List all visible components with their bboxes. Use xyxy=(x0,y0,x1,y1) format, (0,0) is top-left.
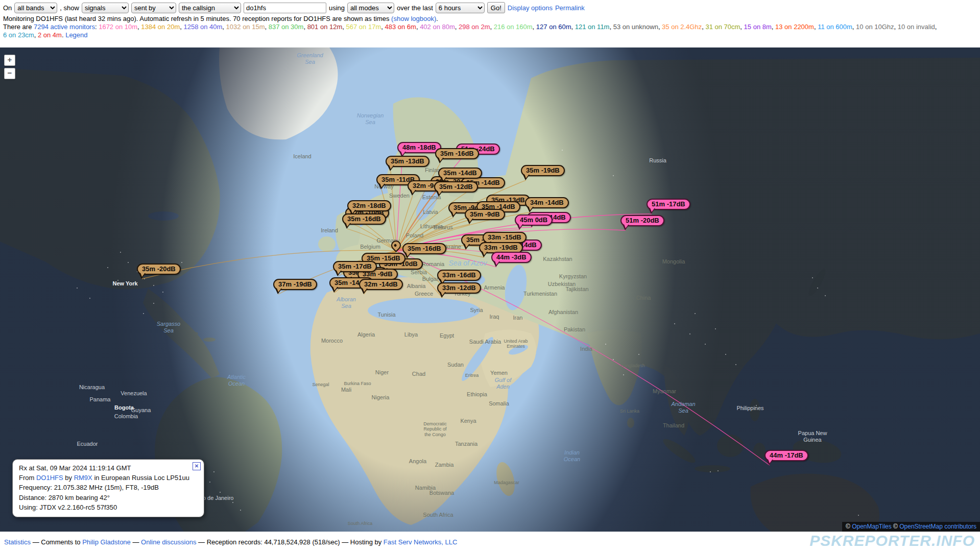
report-balloon[interactable]: 35m -16dB xyxy=(342,213,386,225)
mode-select[interactable]: all modes xyxy=(347,3,394,13)
report-balloon[interactable]: 35m -17dB xyxy=(333,261,377,272)
report-balloon[interactable]: 33m -15dB xyxy=(483,232,527,243)
band-count: 31 on 70cm xyxy=(705,23,740,31)
band-count: 6 on 23cm xyxy=(3,31,34,39)
callsign-mode-select[interactable]: the callsign xyxy=(179,3,241,13)
on-label: On xyxy=(3,4,12,12)
report-balloon[interactable]: 35m -9dB xyxy=(465,209,505,220)
popup-from-line: From DO1HFS by RM9X in European Russia L… xyxy=(19,473,199,483)
band-count: 15 on 8m xyxy=(744,23,772,31)
report-balloon[interactable]: 45m 0dB xyxy=(515,214,553,226)
popup-software: Using: JTDX v2.2.160-rc5 57f350 xyxy=(19,502,199,512)
monitoring-text: Monitoring DO1HFS (last heard 32 mins ag… xyxy=(3,15,391,22)
report-balloon[interactable]: 51m -20dB xyxy=(620,215,664,226)
popup-frequency: Frequency: 21.075.382 MHz (15m), FT8, -1… xyxy=(19,483,199,492)
philip-gladstone-link[interactable]: Philip Gladstone xyxy=(82,538,131,546)
header-toolbar: On all bands , show signals sent by the … xyxy=(0,0,980,47)
reception-report-popup: ✕ Rx at Sat, 09 Mar 2024 11:19:14 GMT Fr… xyxy=(12,459,204,517)
using-label: using xyxy=(329,4,345,12)
duration-select[interactable]: 6 hours xyxy=(436,3,485,13)
band-count: 53 on unknown xyxy=(613,23,658,31)
active-monitors-line-2: 6 on 23cm, 2 on 4m. Legend xyxy=(3,31,977,39)
footer-status-line: Statistics — Comments to Philip Gladston… xyxy=(4,538,457,546)
footer-bar: Statistics — Comments to Philip Gladston… xyxy=(0,532,980,550)
legend-link[interactable]: Legend xyxy=(65,31,87,39)
band-count: 216 on 160m xyxy=(494,23,533,31)
band-count: 483 on 6m xyxy=(385,23,416,31)
report-balloon[interactable]: 48m -18dB xyxy=(397,142,441,153)
sentby-select[interactable]: sent by xyxy=(131,3,176,13)
online-discussions-link[interactable]: Online discussions xyxy=(141,538,196,546)
band-count: 1032 on 15m xyxy=(226,23,265,31)
monitor-counts-2: 6 on 23cm, 2 on 4m xyxy=(3,31,62,39)
monitoring-status-line: Monitoring DO1HFS (last heard 32 mins ag… xyxy=(3,14,977,23)
report-balloon[interactable]: 35m -12dB xyxy=(434,181,478,193)
statistics-link[interactable]: Statistics xyxy=(4,538,31,546)
report-balloon[interactable]: 33m -12dB xyxy=(437,282,481,294)
permalink-link[interactable]: Permalink xyxy=(555,4,585,12)
openstreetmap-link[interactable]: OpenStreetMap contributors xyxy=(899,523,976,530)
display-options-link[interactable]: Display options xyxy=(508,4,553,12)
band-count: 10 on invalid xyxy=(898,23,935,31)
pskreporter-watermark: PSKREPORTER.INFO xyxy=(809,532,975,549)
report-balloon[interactable]: 51m -17dB xyxy=(647,199,690,210)
show-label: , show xyxy=(60,4,79,12)
report-balloon[interactable]: 35m -14dB xyxy=(438,167,482,179)
report-balloon[interactable]: 35m -16dB xyxy=(402,243,446,254)
band-count: 402 on 80m xyxy=(420,23,455,31)
world-map[interactable]: Greenland SeaNorwegian SeaIcelandNorwayS… xyxy=(0,47,980,532)
report-balloon[interactable]: 32m -14dB xyxy=(359,279,403,290)
band-count: 1384 on 20m xyxy=(141,23,180,31)
report-balloon[interactable]: 34m -14dB xyxy=(525,197,569,208)
report-balloon[interactable]: 37m -19dB xyxy=(273,279,317,290)
map-zoom-controls: + − xyxy=(4,55,15,81)
go-button[interactable]: Go! xyxy=(487,2,505,13)
report-balloon[interactable]: 44m -3dB xyxy=(491,252,532,263)
report-balloon[interactable]: 35m -19dB xyxy=(521,165,565,176)
popup-close-icon[interactable]: ✕ xyxy=(193,462,201,470)
report-balloon[interactable]: 35m -13dB xyxy=(386,156,429,167)
callsign-input[interactable] xyxy=(244,3,326,13)
by-callsign-link[interactable]: RM9X xyxy=(74,474,92,482)
report-balloon[interactable]: 35m -16dB xyxy=(435,148,479,159)
report-balloon[interactable]: 33m -16dB xyxy=(437,270,481,281)
openmaptiles-link[interactable]: OpenMapTiles xyxy=(852,523,892,530)
band-select[interactable]: all bands xyxy=(14,3,57,13)
from-callsign-link[interactable]: DO1HFS xyxy=(36,474,63,482)
band-count: 1258 on 40m xyxy=(183,23,222,31)
band-count: 127 on 60m xyxy=(536,23,571,31)
monitor-counts: 1672 on 10m, 1384 on 20m, 1258 on 40m, 1… xyxy=(99,23,937,31)
popup-distance: Distance: 2870 km bearing 42° xyxy=(19,493,199,502)
active-monitors-line: There are 7294 active monitors: 1672 on … xyxy=(3,23,977,31)
report-balloon[interactable]: 35m -20dB xyxy=(137,263,181,275)
overlast-label: over the last xyxy=(397,4,433,12)
band-count: 837 on 30m xyxy=(269,23,304,31)
band-count: 567 on 17m xyxy=(346,23,381,31)
popup-rx-time: Rx at Sat, 09 Mar 2024 11:19:14 GMT xyxy=(19,463,199,473)
map-attribution: © OpenMapTiles © OpenStreetMap contribut… xyxy=(842,522,980,532)
band-count: 35 on 2.4Ghz xyxy=(662,23,702,31)
fastserv-link[interactable]: Fast Serv Networks, LLC xyxy=(384,538,458,546)
band-count: 2 on 4m xyxy=(38,31,62,39)
band-count: 10 on 10Ghz xyxy=(856,23,894,31)
band-count: 298 on 2m xyxy=(459,23,490,31)
signals-select[interactable]: signals xyxy=(82,3,129,13)
band-count: 13 on 2200m xyxy=(775,23,814,31)
query-toolbar: On all bands , show signals sent by the … xyxy=(3,1,977,14)
band-count: 121 on 11m xyxy=(575,23,610,31)
report-balloon[interactable]: 32m -18dB xyxy=(347,200,391,211)
zoom-out-button[interactable]: − xyxy=(4,68,15,79)
band-count: 801 on 12m xyxy=(307,23,343,31)
band-count: 11 on 600m xyxy=(818,23,852,31)
band-count: 1672 on 10m xyxy=(99,23,137,31)
show-logbook-link[interactable]: (show logbook) xyxy=(391,15,436,22)
active-monitors-link[interactable]: 7294 active monitors xyxy=(34,23,95,31)
report-balloon[interactable]: 44m -17dB xyxy=(764,450,808,461)
zoom-in-button[interactable]: + xyxy=(4,55,15,66)
